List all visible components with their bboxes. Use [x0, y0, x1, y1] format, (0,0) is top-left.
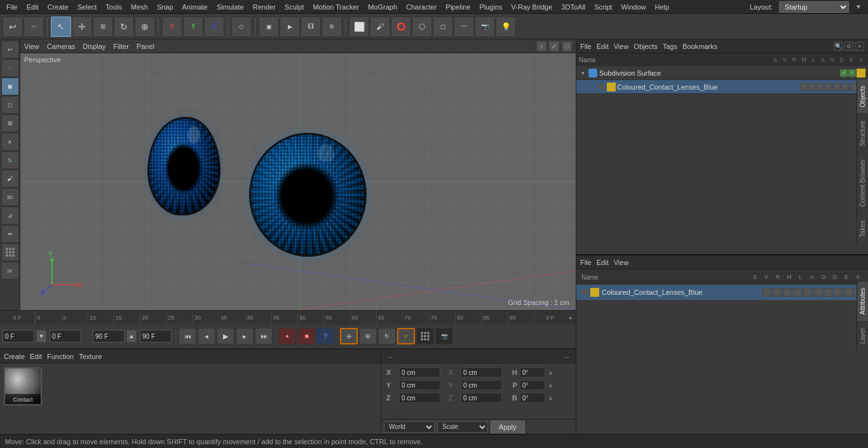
left-btn-points[interactable]: · [1, 59, 19, 77]
apply-button[interactable]: Apply [491, 421, 525, 433]
spline-button[interactable]: 〰 [454, 17, 474, 37]
menu-render[interactable]: Render [249, 2, 280, 12]
menu-mesh[interactable]: Mesh [127, 2, 152, 12]
material-item[interactable]: Contact [4, 367, 42, 405]
render-settings-button[interactable]: ⚙ [322, 17, 342, 37]
mat-menu-function[interactable]: Function [47, 353, 74, 360]
menu-sculpt[interactable]: Sculpt [281, 2, 308, 12]
attr-action-2[interactable] [773, 288, 782, 297]
scale-button[interactable]: ⊞ [93, 17, 113, 37]
left-btn-grid[interactable] [1, 243, 19, 261]
menu-file[interactable]: File [3, 2, 22, 12]
poly-button[interactable]: ◻ [433, 17, 453, 37]
menu-simulate[interactable]: Simulate [213, 2, 248, 12]
menu-select[interactable]: Select [74, 2, 101, 12]
attr-selected-row[interactable]: Coloured_Contact_Lenses_Blue ✓ [576, 285, 868, 300]
coord-input-y[interactable] [399, 380, 440, 390]
attr-menu-view[interactable]: View [614, 259, 629, 266]
attr-action-7[interactable] [824, 288, 832, 297]
coord-y-arrow[interactable]: ▲ [548, 382, 553, 388]
playback-frame-input[interactable] [140, 330, 172, 343]
coord-input-z[interactable] [399, 393, 440, 403]
coord-input-x[interactable] [399, 367, 440, 377]
material-thumb[interactable]: Contact [4, 367, 42, 405]
left-btn-move[interactable]: ⇔ [1, 225, 19, 243]
menu-help[interactable]: Help [651, 2, 674, 12]
menu-tools[interactable]: Tools [102, 2, 126, 12]
next-frame-btn[interactable]: ▸ [236, 328, 254, 344]
prev-frame-btn[interactable]: ◂ [198, 328, 215, 344]
menu-3dtoall[interactable]: 3DToAll [557, 2, 589, 12]
left-btn-snap[interactable]: ⊿ [1, 207, 19, 224]
timeline-end-arrow[interactable]: ▸ [566, 315, 576, 321]
mat-menu-create[interactable]: Create [4, 353, 25, 360]
coord-input-p[interactable] [520, 380, 545, 390]
mat-menu-edit[interactable]: Edit [30, 353, 42, 360]
left-btn-paint[interactable]: 🖌 [1, 170, 19, 187]
viewport-menu-filter[interactable]: Filter [113, 43, 128, 50]
side-tab-content-browser[interactable]: Content Browser [857, 153, 868, 213]
cube-view-button[interactable]: ⬜ [349, 17, 369, 37]
redo-button[interactable]: ↩ [24, 17, 44, 37]
object-mode-button[interactable]: ◇ [231, 17, 252, 37]
obj-menu-tags[interactable]: Tags [663, 43, 677, 50]
obj-menu-file[interactable]: File [580, 43, 592, 50]
end-frame-input[interactable] [93, 330, 125, 343]
mat-menu-texture[interactable]: Texture [79, 353, 102, 360]
indicator-green-2[interactable]: ✓ [848, 69, 856, 77]
side-tab-objects[interactable]: Objects [857, 79, 868, 114]
menu-snap[interactable]: Snap [153, 2, 177, 12]
obj-expand-1[interactable]: ▾ [579, 69, 587, 77]
left-btn-ik[interactable]: IK [1, 262, 19, 280]
axis-x-button[interactable]: X [162, 17, 182, 37]
left-btn-mesh[interactable]: ◼ [1, 78, 19, 95]
attr-action-3[interactable]: ✓ [783, 288, 792, 297]
viewport-menu-display[interactable]: Display [83, 43, 105, 50]
points-button[interactable]: ⬡ [412, 17, 432, 37]
obj-menu-bookmarks[interactable]: Bookmarks [682, 43, 717, 50]
coord-input-b[interactable] [520, 393, 545, 403]
attr-action-5[interactable] [803, 288, 812, 297]
ind-2-3[interactable] [817, 83, 824, 91]
current-frame-input[interactable] [3, 330, 34, 343]
viewport-menu-view[interactable]: View [24, 43, 39, 50]
menu-character[interactable]: Character [402, 2, 440, 12]
motion-grid-btn[interactable] [416, 328, 434, 344]
move-button[interactable]: ✛ [72, 17, 92, 37]
menu-motion-tracker[interactable]: Motion Tracker [309, 2, 363, 12]
attr-action-6[interactable] [813, 288, 822, 297]
world-dropdown[interactable]: World [384, 421, 435, 433]
ind-2-6[interactable] [841, 83, 849, 91]
frame-down-btn[interactable]: ▼ [36, 330, 46, 343]
left-btn-uv[interactable]: ⊞ [1, 114, 19, 132]
attr-menu-edit[interactable]: Edit [597, 259, 609, 266]
record2-btn[interactable]: ⏺ [297, 328, 315, 344]
frame-up-btn[interactable]: ▲ [126, 330, 137, 343]
goto-end-btn[interactable]: ⏭ [255, 328, 273, 344]
obj-menu-objects[interactable]: Objects [634, 43, 657, 50]
axis-z-button[interactable]: Z [204, 17, 224, 37]
motion-rotate-btn[interactable]: ↻ [378, 328, 396, 344]
transform-button[interactable]: ⊕ [135, 17, 155, 37]
attr-action-1[interactable] [763, 288, 771, 297]
coord-input-z2[interactable] [461, 393, 502, 403]
render-active-button[interactable]: ▶ [280, 17, 300, 37]
obj-expand-2[interactable]: — [589, 83, 597, 91]
play-forward-btn[interactable]: ▶ [217, 328, 234, 344]
menu-vray[interactable]: V-Ray Bridge [508, 2, 557, 12]
axis-y-button[interactable]: Y [183, 17, 203, 37]
camera-button[interactable]: 📷 [475, 17, 495, 37]
side-tab-structure[interactable]: Structure [857, 114, 868, 153]
viewport-ctrl-1[interactable]: ↕ [536, 41, 546, 51]
menu-create[interactable]: Create [44, 2, 72, 12]
obj-menu-view[interactable]: View [614, 43, 629, 50]
select-arrow-button[interactable]: ↖ [51, 17, 71, 37]
side-tab-layer[interactable]: Layer [857, 321, 868, 350]
left-btn-edge[interactable]: ∧ [1, 133, 19, 151]
menu-mograph[interactable]: MoGraph [364, 2, 401, 12]
layout-select[interactable]: Startup [779, 1, 849, 13]
viewport-canvas[interactable]: Perspective [20, 53, 576, 310]
side-tab-attributes[interactable]: Attributes [857, 281, 868, 321]
left-btn-poly[interactable]: ◻ [1, 96, 19, 114]
goto-start-btn[interactable]: ⏮ [179, 328, 196, 344]
